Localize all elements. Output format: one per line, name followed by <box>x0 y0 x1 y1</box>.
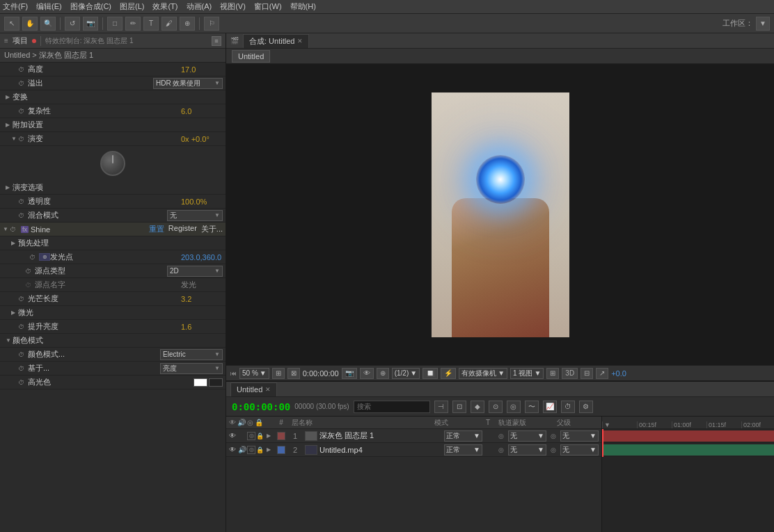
render-btn[interactable]: 🔲 <box>422 368 438 379</box>
menu-view[interactable]: 视图(V) <box>220 1 246 12</box>
layer-1-parent[interactable]: 无 ▼ <box>560 430 599 442</box>
menu-edit[interactable]: 编辑(E) <box>36 1 62 12</box>
tl-render-btn[interactable]: ◎ <box>507 401 521 413</box>
stopwatch-icon[interactable]: ⏱ <box>18 351 28 358</box>
playhead[interactable] <box>602 429 603 457</box>
menu-layer[interactable]: 图层(L) <box>120 1 144 12</box>
expand-arrow[interactable]: ▶ <box>6 122 13 128</box>
source-type-dropdown[interactable]: 2D ▼ <box>167 266 223 277</box>
layer-2-audio[interactable]: 🔊 <box>238 446 246 454</box>
snapshot-btn[interactable]: 📷 <box>342 368 357 379</box>
menu-animation[interactable]: 动画(A) <box>187 1 212 12</box>
expand-arrow[interactable]: ▶ <box>6 184 13 191</box>
highlight-color-black[interactable] <box>209 378 223 387</box>
highlight-color-white[interactable] <box>194 378 207 387</box>
tool-select[interactable]: ↖ <box>4 17 19 31</box>
stopwatch-icon[interactable]: ⏱ <box>18 365 28 372</box>
camera-dropdown[interactable]: 有效摄像机 ▼ <box>459 368 507 379</box>
prop-opacity-value[interactable]: 100.0% <box>181 198 223 206</box>
stopwatch-icon[interactable]: ⏱ <box>10 226 21 233</box>
tl-marker-btn[interactable]: ◆ <box>471 401 484 413</box>
menu-help[interactable]: 帮助(H) <box>290 1 316 12</box>
tl-in-btn[interactable]: ⊣ <box>434 401 448 413</box>
expand-arrow[interactable]: ▶ <box>11 240 18 246</box>
timeline-tracks[interactable]: ▼ 00:15f 01:00f 01:15f 02:00f 02:15f 03:… <box>602 417 774 532</box>
menu-composition[interactable]: 图像合成(C) <box>70 1 111 12</box>
layer-2-mode[interactable]: 正常 ▼ <box>444 444 482 456</box>
color-mode-dropdown[interactable]: Electric ▼ <box>160 349 223 360</box>
overflow-dropdown[interactable]: HDR 效果使用 ▼ <box>153 78 223 89</box>
menu-effect[interactable]: 效果(T) <box>152 1 177 12</box>
layer-1-track[interactable]: 无 ▼ <box>508 430 546 442</box>
layer-controls-btn[interactable]: ⊟ <box>580 368 593 379</box>
stopwatch-icon[interactable]: ⏱ <box>29 254 39 261</box>
evolve-knob[interactable] <box>100 151 125 176</box>
fit-btn[interactable]: ⊞ <box>272 368 285 379</box>
prop-ray-length-value[interactable]: 3.2 <box>181 295 223 303</box>
layer-1-mode[interactable]: 正常 ▼ <box>444 430 482 442</box>
expand-arrow[interactable]: ▼ <box>6 337 13 344</box>
prop-evolve-value[interactable]: 0x +0.0° <box>181 135 223 143</box>
flow-btn[interactable]: ↗ <box>596 368 608 379</box>
timeline-tab[interactable]: Untitled ✕ <box>230 382 277 396</box>
stopwatch-icon[interactable]: ⏱ <box>18 323 28 330</box>
effect-scroll[interactable]: ⏱ 高度 17.0 ⏱ 溢出 HDR 效果使用 ▼ ▶ 变换 <box>0 63 226 532</box>
stopwatch-icon[interactable]: ⏱ <box>25 268 35 275</box>
stopwatch-icon[interactable]: ⏱ <box>18 212 28 219</box>
stopwatch-icon[interactable]: ⏱ <box>18 198 28 205</box>
show-channel-btn[interactable]: 👁 <box>360 368 374 379</box>
layer-1-eye[interactable]: 👁 <box>229 432 237 440</box>
panel-menu-btn[interactable]: ≡ <box>212 36 221 46</box>
workspace-btn[interactable]: ▼ <box>756 17 770 31</box>
3d-renderer-btn[interactable]: 3D <box>562 368 578 379</box>
tl-solo-btn[interactable]: ⊙ <box>489 401 503 413</box>
timeline-timecode[interactable]: 0:00:00:00 <box>232 401 290 412</box>
viewer-tab-btn[interactable]: Untitled <box>232 50 270 63</box>
tl-motion-btn[interactable]: 〜 <box>525 401 539 413</box>
tool-camera[interactable]: 📷 <box>83 17 98 31</box>
tool-hand[interactable]: ✋ <box>22 17 38 31</box>
stopwatch-icon[interactable]: ⏱ <box>18 108 28 115</box>
prop-complexity-value[interactable]: 6.0 <box>181 107 223 115</box>
expand-arrow[interactable]: ▼ <box>3 226 10 232</box>
layer-1-track-icon[interactable]: ◎ <box>496 431 506 441</box>
comp-tab-close-btn[interactable]: ✕ <box>297 38 303 45</box>
layer-1-parent-icon[interactable]: ◎ <box>548 431 558 441</box>
tool-rotate[interactable]: ↺ <box>65 17 80 31</box>
layer-2-lock[interactable]: 🔒 <box>256 446 264 453</box>
shine-reset-btn[interactable]: 重置 <box>149 224 164 234</box>
based-on-dropdown[interactable]: 亮度 ▼ <box>160 363 223 374</box>
view-dropdown[interactable]: 1 视图 ▼ <box>510 368 544 379</box>
blend-mode-dropdown[interactable]: 无 ▼ <box>167 210 223 221</box>
layer-2-track[interactable]: 无 ▼ <box>508 444 546 456</box>
safe-btn[interactable]: ⊠ <box>287 368 300 379</box>
layer-2-track-icon[interactable]: ◎ <box>496 445 506 455</box>
stopwatch-icon[interactable]: ⏱ <box>18 66 28 73</box>
stopwatch-icon[interactable]: ⏱ <box>18 80 28 87</box>
expand-arrow[interactable]: ▶ <box>11 309 18 316</box>
menu-window[interactable]: 窗口(W) <box>254 1 282 12</box>
prop-height-value[interactable]: 17.0 <box>181 65 223 74</box>
layer-2-eye[interactable]: 👁 <box>229 446 237 454</box>
layer-2-parent-icon[interactable]: ◎ <box>548 445 558 455</box>
tool-puppet[interactable]: ⚐ <box>204 17 219 31</box>
shine-about-btn[interactable]: 关于... <box>201 224 223 234</box>
menu-file[interactable]: 文件(F) <box>3 1 28 12</box>
view-options-btn[interactable]: ⊞ <box>546 368 559 379</box>
tool-zoom[interactable]: 🔍 <box>40 17 56 31</box>
shine-register-btn[interactable]: Register <box>168 224 197 234</box>
tl-graph-btn[interactable]: 📈 <box>543 401 557 413</box>
tool-brush[interactable]: 🖌 <box>161 17 177 31</box>
tl-settings-btn[interactable]: ⚙ <box>579 401 593 413</box>
expand-arrow[interactable]: ▶ <box>6 94 13 100</box>
tool-stamp[interactable]: ⊕ <box>180 17 195 31</box>
zoom-dropdown[interactable]: 50 % ▼ <box>239 368 269 379</box>
layer-2-parent[interactable]: 无 ▼ <box>560 444 599 456</box>
layer-1-solo[interactable]: ◎ <box>247 432 255 440</box>
timeline-tab-close-btn[interactable]: ✕ <box>265 386 271 393</box>
search-input[interactable] <box>354 401 430 413</box>
resolution-btn[interactable]: ⊕ <box>377 368 389 379</box>
tl-clock-btn[interactable]: ⏱ <box>561 401 575 413</box>
tool-rect[interactable]: □ <box>107 17 123 31</box>
layer-1-lock[interactable]: 🔒 <box>256 433 264 440</box>
